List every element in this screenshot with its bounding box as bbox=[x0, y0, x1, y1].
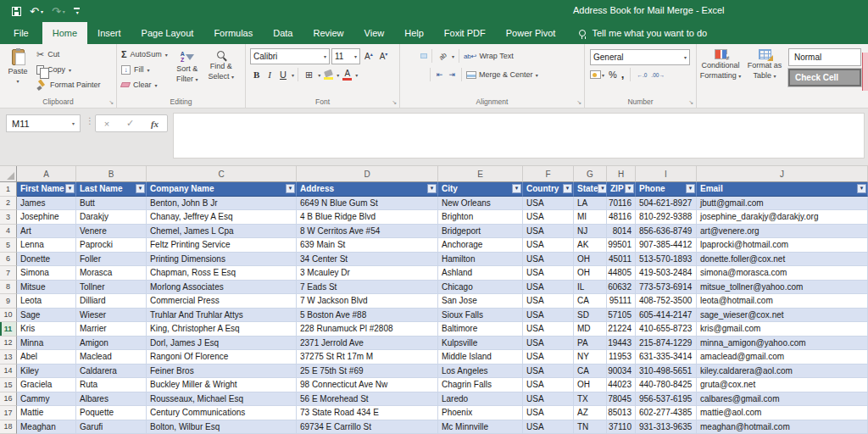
format-as-table-button[interactable]: Format as Table ▾ bbox=[743, 47, 787, 96]
cell[interactable]: 907-385-4412 bbox=[636, 238, 697, 253]
cell[interactable]: 44805 bbox=[607, 266, 636, 281]
cell[interactable]: Chanay, Jeffrey A Esq bbox=[147, 210, 297, 225]
cell[interactable]: 3 Mcauley Dr bbox=[297, 266, 438, 281]
cell[interactable]: NJ bbox=[574, 225, 607, 239]
cell[interactable]: Maclead bbox=[76, 350, 147, 364]
cell[interactable]: 6649 N Blue Gum St bbox=[297, 197, 438, 211]
cell[interactable]: Printing Dimensions bbox=[147, 253, 297, 267]
header-cell-zip[interactable]: ZIP▼ bbox=[607, 182, 636, 197]
decrease-indent-button[interactable]: ⇤ bbox=[435, 70, 445, 79]
cell[interactable]: Mc Minnville bbox=[438, 420, 523, 434]
cell[interactable]: IL bbox=[574, 281, 607, 295]
cell[interactable]: PA bbox=[574, 337, 607, 351]
cell[interactable]: Baltimore bbox=[438, 322, 523, 337]
cell[interactable]: Middle Island bbox=[438, 350, 523, 364]
filter-dropdown-icon[interactable]: ▼ bbox=[136, 184, 145, 193]
undo-button[interactable]: ↶▾ bbox=[30, 5, 43, 18]
cell[interactable]: Graciela bbox=[17, 378, 76, 392]
cell[interactable]: 37110 bbox=[607, 420, 636, 434]
cell[interactable]: 504-621-8927 bbox=[636, 197, 697, 211]
cell[interactable]: Wieser bbox=[76, 309, 147, 323]
cell[interactable]: Benton, John B Jr bbox=[147, 197, 297, 211]
decrease-decimal-button[interactable]: .00→ bbox=[651, 72, 665, 78]
cell[interactable]: leota@hotmail.com bbox=[697, 294, 868, 309]
tab-help[interactable]: Help bbox=[394, 22, 434, 44]
cell[interactable]: Hamilton bbox=[438, 253, 523, 267]
cell[interactable]: TX bbox=[574, 392, 607, 407]
formula-bar-resize-handle[interactable]: ⋮ bbox=[86, 116, 94, 125]
cell[interactable]: meaghan@hotmail.com bbox=[697, 420, 868, 434]
cell[interactable]: 8 W Cerritos Ave #54 bbox=[297, 225, 438, 239]
autosum-button[interactable]: Σ AutoSum ▾ bbox=[119, 47, 170, 62]
cell[interactable]: MI bbox=[574, 210, 607, 225]
font-color-button[interactable]: A bbox=[341, 70, 353, 81]
header-cell-country[interactable]: Country▼ bbox=[523, 182, 574, 197]
cell[interactable]: gruta@cox.net bbox=[697, 378, 868, 392]
cell[interactable]: 85013 bbox=[607, 406, 636, 420]
bottom-align-button[interactable] bbox=[420, 53, 427, 58]
cell[interactable]: USA bbox=[523, 420, 574, 434]
row-header-18[interactable]: 18 bbox=[0, 420, 17, 434]
row-header-8[interactable]: 8 bbox=[0, 281, 17, 295]
cell[interactable]: Meaghan bbox=[17, 420, 76, 434]
cell[interactable]: USA bbox=[523, 378, 574, 392]
row-header-17[interactable]: 17 bbox=[0, 406, 17, 420]
cell[interactable]: Rangoni Of Florence bbox=[147, 350, 297, 364]
sort-filter-button[interactable]: AZ Sort & Filter ▾ bbox=[170, 47, 204, 96]
cell[interactable]: Commercial Press bbox=[147, 294, 297, 309]
cell[interactable]: Brighton bbox=[438, 210, 523, 225]
cell[interactable]: Marrier bbox=[76, 322, 147, 337]
insert-function-button[interactable]: fx bbox=[151, 119, 159, 129]
cell[interactable]: 2371 Jerrold Ave bbox=[297, 337, 438, 351]
row-header-3[interactable]: 3 bbox=[0, 210, 17, 225]
font-size-combo[interactable]: 11▾ bbox=[331, 48, 360, 64]
cell[interactable]: NY bbox=[574, 350, 607, 364]
cell[interactable]: Garufi bbox=[76, 420, 147, 434]
cell[interactable]: kiley.caldarera@aol.com bbox=[697, 364, 868, 379]
cell[interactable]: SD bbox=[574, 309, 607, 323]
cell[interactable]: 48116 bbox=[607, 210, 636, 225]
copy-button[interactable]: Copy ▾ bbox=[34, 62, 103, 77]
cell-style-bad-sliver[interactable] bbox=[862, 53, 868, 91]
cell[interactable]: USA bbox=[523, 322, 574, 337]
row-header-13[interactable]: 13 bbox=[0, 350, 17, 364]
cancel-button[interactable]: × bbox=[104, 119, 109, 129]
filter-dropdown-icon[interactable]: ▼ bbox=[286, 184, 295, 193]
cell[interactable]: Amigon bbox=[76, 337, 147, 351]
cell[interactable]: kris@gmail.com bbox=[697, 322, 868, 337]
cell[interactable]: 25 E 75th St #69 bbox=[297, 364, 438, 379]
row-header-12[interactable]: 12 bbox=[0, 337, 17, 351]
cell[interactable]: Dilliard bbox=[76, 294, 147, 309]
cell[interactable]: Phoenix bbox=[438, 406, 523, 420]
column-header-G[interactable]: G bbox=[574, 166, 607, 182]
header-cell-address[interactable]: Address▼ bbox=[297, 182, 438, 197]
cell[interactable]: MD bbox=[574, 322, 607, 337]
header-cell-first-name[interactable]: First Name▼ bbox=[17, 182, 76, 197]
cell[interactable]: 45011 bbox=[607, 253, 636, 267]
italic-button[interactable]: I bbox=[264, 70, 275, 80]
cell[interactable]: Sage bbox=[17, 309, 76, 323]
cell[interactable]: Cammy bbox=[17, 392, 76, 407]
accounting-format-button[interactable]: ▾ bbox=[590, 70, 604, 79]
cell[interactable]: USA bbox=[523, 337, 574, 351]
clipboard-dialog-launcher[interactable]: ↘ bbox=[108, 99, 114, 106]
cell[interactable]: 408-752-3500 bbox=[636, 294, 697, 309]
cell[interactable]: Morlong Associates bbox=[147, 281, 297, 295]
filter-dropdown-icon[interactable]: ▼ bbox=[857, 184, 866, 193]
tell-me-box[interactable]: Tell me what you want to do bbox=[579, 22, 707, 44]
number-format-combo[interactable]: General▾ bbox=[590, 49, 690, 65]
wrap-text-button[interactable]: ab↩ Wrap Text bbox=[464, 52, 514, 60]
cell[interactable]: 73 State Road 434 E bbox=[297, 406, 438, 420]
filter-dropdown-icon[interactable]: ▼ bbox=[427, 184, 437, 193]
cell[interactable]: Lenna bbox=[17, 238, 76, 253]
cell[interactable]: 513-570-1893 bbox=[636, 253, 697, 267]
cell[interactable]: Los Angeles bbox=[438, 364, 523, 379]
cell[interactable]: mattie@aol.com bbox=[697, 406, 868, 420]
cell[interactable]: 70116 bbox=[607, 197, 636, 211]
cell-style-normal[interactable]: Normal bbox=[788, 48, 861, 66]
format-painter-button[interactable]: Format Painter bbox=[34, 77, 103, 92]
cell[interactable]: Truhlar And Truhlar Attys bbox=[147, 309, 297, 323]
cell[interactable]: jbutt@gmail.com bbox=[697, 197, 868, 211]
top-align-button[interactable] bbox=[405, 54, 410, 58]
cell[interactable]: mitsue_tollner@yahoo.com bbox=[697, 281, 868, 295]
